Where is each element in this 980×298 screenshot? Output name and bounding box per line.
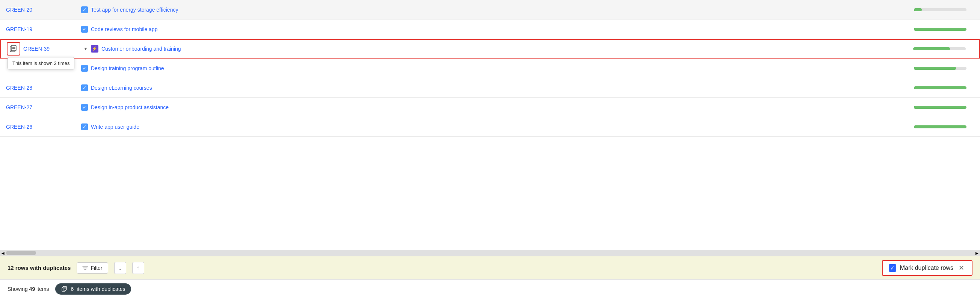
mark-duplicate-close-button[interactable]: ✕: [957, 264, 966, 272]
progress-bar-container: [914, 125, 966, 128]
row-progress: [906, 28, 974, 31]
progress-bar: [914, 86, 966, 89]
items-word: items: [37, 286, 49, 292]
row-content-green27: ✓ Design in-app product assistance: [81, 104, 906, 111]
scroll-thumb[interactable]: [6, 251, 36, 255]
progress-bar-container: [913, 47, 966, 50]
progress-bar-container: [914, 106, 966, 109]
mark-duplicate-section: ✓ Mark duplicate rows ✕: [882, 260, 972, 276]
svg-rect-5: [63, 286, 67, 290]
footer-bar: 12 rows with duplicates Filter ↓ ↑ ✓ Mar…: [0, 256, 980, 279]
status-bar: Showing 49 items 6 items with duplicates: [0, 279, 980, 298]
row-id-green20[interactable]: GREEN-20: [6, 7, 81, 13]
arrow-up-icon: ↑: [137, 265, 140, 271]
rows-label: rows with duplicates: [15, 265, 71, 271]
checkbox-icon: ✓: [81, 124, 88, 130]
row-id-label: GREEN-27: [6, 104, 32, 110]
progress-bar-container: [914, 67, 966, 70]
row-content-text: Design eLearning courses: [91, 85, 152, 91]
progress-bar-container: [914, 28, 966, 31]
row-progress: [906, 8, 974, 11]
row-id-label: GREEN-20: [6, 7, 32, 13]
duplicate-tooltip: This item is shown 2 times: [8, 57, 74, 70]
row-content-green39: ▼ ⚡ Customer onboarding and training: [82, 45, 906, 52]
row-content-text: Code reviews for mobile app: [91, 26, 158, 32]
showing-word: Showing: [8, 286, 28, 292]
row-content-training: ✓ Design training program outline: [81, 65, 906, 72]
row-progress: [906, 47, 973, 50]
duplicate-cell[interactable]: This item is shown 2 times: [7, 42, 20, 55]
progress-bar: [914, 106, 966, 109]
progress-bar: [914, 125, 966, 128]
arrow-down-icon: ↓: [119, 265, 122, 271]
item-count: 49: [29, 286, 35, 292]
row-content-green26: ✓ Write app user guide: [81, 124, 906, 130]
row-progress: [906, 106, 974, 109]
rows-count-number: 12: [8, 265, 14, 271]
row-id-green19[interactable]: GREEN-19: [6, 26, 81, 32]
row-content-green19: ✓ Code reviews for mobile app: [81, 26, 906, 33]
row-content-text: Design training program outline: [91, 65, 164, 71]
duplicate-icon: [9, 44, 18, 53]
arrow-down-button[interactable]: ↓: [114, 262, 126, 274]
row-content-text: Test app for energy storage efficiency: [91, 7, 178, 13]
row-id-green26[interactable]: GREEN-26: [6, 124, 81, 130]
row-id-green28[interactable]: GREEN-28: [6, 85, 81, 91]
row-progress: [906, 86, 974, 89]
table-area: GREEN-20 ✓ Test app for energy storage e…: [0, 0, 980, 250]
horizontal-scrollbar[interactable]: ◀ ▶: [0, 250, 980, 256]
row-id-label: GREEN-19: [6, 26, 32, 32]
scroll-left-arrow[interactable]: ◀: [0, 250, 6, 256]
table-row: GREEN-26 ✓ Write app user guide: [0, 117, 980, 136]
progress-bar: [914, 8, 922, 11]
lightning-icon: ⚡: [91, 45, 99, 52]
rows-count-label: 12 rows with duplicates: [8, 265, 71, 271]
progress-bar-container: [914, 86, 966, 89]
table-row-duplicate: This item is shown 2 times GREEN-39 ▼ ⚡ …: [0, 39, 980, 59]
progress-bar: [914, 67, 956, 70]
row-content-text: Write app user guide: [91, 124, 139, 130]
checkbox-icon: ✓: [81, 65, 88, 72]
progress-bar-container: [914, 8, 966, 11]
checkbox-icon: ✓: [81, 26, 88, 33]
duplicates-badge[interactable]: 6 items with duplicates: [55, 283, 132, 295]
checkbox-icon: ✓: [81, 84, 88, 91]
table-row: GREEN-28 ✓ Design eLearning courses: [0, 78, 980, 98]
row-progress: [906, 125, 974, 128]
row-id-green39[interactable]: This item is shown 2 times GREEN-39: [7, 42, 82, 55]
row-content-text: Customer onboarding and training: [102, 46, 181, 52]
filter-label: Filter: [91, 265, 102, 271]
duplicate-icon-button[interactable]: This item is shown 2 times: [7, 42, 20, 55]
main-container: GREEN-20 ✓ Test app for energy storage e…: [0, 0, 980, 298]
row-content-text: Design in-app product assistance: [91, 104, 169, 110]
row-progress: [906, 67, 974, 70]
filter-button[interactable]: Filter: [76, 262, 108, 274]
showing-items-text: Showing 49 items: [8, 286, 49, 292]
arrow-up-button[interactable]: ↑: [132, 262, 144, 274]
row-id-label: GREEN-26: [6, 124, 32, 130]
badge-label: items with duplicates: [76, 286, 125, 292]
badge-duplicate-icon: [61, 285, 68, 292]
table-row: GREEN-20 ✓ Test app for energy storage e…: [0, 0, 980, 19]
row-id-green27[interactable]: GREEN-27: [6, 104, 81, 110]
scroll-right-arrow[interactable]: ▶: [974, 250, 980, 256]
row-id-label: GREEN-39: [23, 46, 49, 52]
checkbox-icon: ✓: [81, 104, 88, 111]
svg-rect-1: [11, 45, 16, 51]
badge-count: 6: [71, 286, 74, 292]
filter-icon: [82, 265, 88, 271]
row-id-label: GREEN-28: [6, 85, 32, 91]
mark-duplicate-checkbox[interactable]: ✓: [889, 264, 896, 272]
row-content-green20: ✓ Test app for energy storage efficiency: [81, 6, 906, 13]
checkbox-icon: ✓: [81, 6, 88, 13]
table-row: GREEN-27 ✓ Design in-app product assista…: [0, 98, 980, 117]
progress-bar: [913, 47, 950, 50]
table-row-child: ✓ Design training program outline: [0, 59, 980, 78]
chevron-icon[interactable]: ▼: [83, 46, 88, 51]
table-row: GREEN-19 ✓ Code reviews for mobile app: [0, 19, 980, 39]
mark-duplicate-label: Mark duplicate rows: [900, 265, 953, 271]
progress-bar: [914, 28, 966, 31]
row-content-green28: ✓ Design eLearning courses: [81, 84, 906, 91]
